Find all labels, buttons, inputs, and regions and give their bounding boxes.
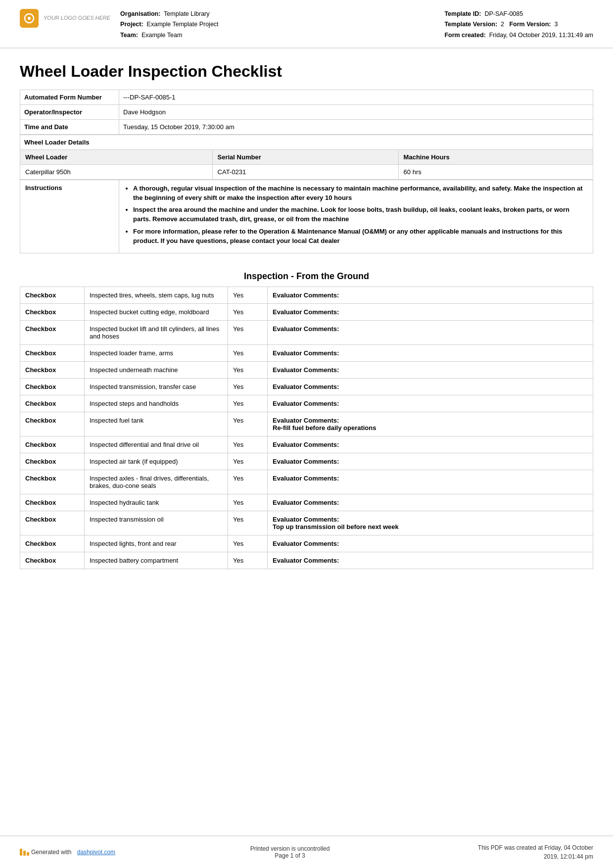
wheel-loader-cell: Caterpillar 950h [20,164,213,179]
header-meta: Organisation: Template Library Project: … [120,9,434,41]
team-value: Example Team [141,32,182,39]
item-description: Inspected battery compartment [85,552,228,569]
item-value: Yes [228,494,268,511]
main-content: Wheel Loader Inspection Checklist Automa… [0,48,613,835]
version-line: Template Version: 2 Form Version: 3 [444,19,593,30]
bar3 [27,852,29,856]
checkbox-label: Checkbox [20,303,85,320]
template-version-label: Template Version: [444,21,497,28]
evaluator-comments: Evaluator Comments: [268,344,593,361]
template-id-value: DP-SAF-0085 [484,10,523,17]
info-table: Automated Form Number---DP-SAF-0085-1Ope… [20,90,593,135]
section-heading: Inspection - From the Ground [20,263,593,287]
checkbox-label: Checkbox [20,535,85,552]
checklist-table: Checkbox Inspected tires, wheels, stem c… [20,287,593,569]
template-id-label: Template ID: [444,10,481,17]
item-value: Yes [228,303,268,320]
org-line: Organisation: Template Library [120,9,434,19]
item-description: Inspected loader frame, arms [85,344,228,361]
checklist-row: Checkbox Inspected hydraulic tank Yes Ev… [20,494,593,511]
logo-text: YOUR LOGO GOES HERE [44,14,110,22]
footer: Generated with dashpivot.com Printed ver… [0,835,613,868]
item-value: Yes [228,320,268,344]
checkbox-label: Checkbox [20,361,85,378]
evaluator-comments: Evaluator Comments: [268,287,593,303]
logo-box: YOUR LOGO GOES HERE [20,9,110,28]
wheel-loader-cell: 60 hrs [398,164,593,179]
wheel-loader-table: Wheel LoaderSerial NumberMachine Hours C… [20,149,593,180]
checkbox-label: Checkbox [20,287,85,303]
item-description: Inspected bucket lift and tilt cylinders… [85,320,228,344]
form-version-label: Form Version: [509,21,551,28]
footer-left: Generated with dashpivot.com [20,849,115,856]
checklist-row: Checkbox Inspected fuel tank Yes Evaluat… [20,412,593,436]
item-value: Yes [228,344,268,361]
item-value: Yes [228,535,268,552]
wheel-loader-header: Wheel Loader [20,149,213,164]
bar1 [20,849,22,856]
instruction-item: Inspect the area around the machine and … [133,205,588,224]
checkbox-label: Checkbox [20,494,85,511]
checkbox-label: Checkbox [20,470,85,494]
evaluator-comments: Evaluator Comments: [268,552,593,569]
checklist-row: Checkbox Inspected loader frame, arms Ye… [20,344,593,361]
checkbox-label: Checkbox [20,378,85,395]
svg-point-1 [28,17,31,20]
checklist-row: Checkbox Inspected bucket lift and tilt … [20,320,593,344]
form-created-value: Friday, 04 October 2019, 11:31:49 am [489,32,593,39]
instruction-item: A thorough, regular visual inspection of… [133,184,588,203]
form-created-label: Form created: [444,32,485,39]
footer-link[interactable]: dashpivot.com [77,849,115,856]
project-line: Project: Example Template Project [120,19,434,30]
item-description: Inspected axles - final drives, differen… [85,470,228,494]
evaluator-comments: Evaluator Comments: [268,378,593,395]
checklist-row: Checkbox Inspected bucket cutting edge, … [20,303,593,320]
checklist-row: Checkbox Inspected transmission, transfe… [20,378,593,395]
item-description: Inspected transmission, transfer case [85,378,228,395]
item-description: Inspected fuel tank [85,412,228,436]
footer-page: Page 1 of 3 [250,852,330,859]
team-label: Team: [120,32,138,39]
evaluator-comments: Evaluator Comments: [268,453,593,470]
evaluator-comments: Evaluator Comments: [268,395,593,412]
project-value: Example Template Project [147,21,219,28]
item-description: Inspected steps and handholds [85,395,228,412]
form-field-row: Time and DateTuesday, 15 October 2019, 7… [20,119,593,134]
evaluator-comments: Evaluator Comments: [268,470,593,494]
footer-generated-text: Generated with [31,849,71,856]
page: YOUR LOGO GOES HERE Organisation: Templa… [0,0,613,868]
evaluator-comments: Evaluator Comments: [268,535,593,552]
checkbox-label: Checkbox [20,320,85,344]
evaluator-comments: Evaluator Comments: [268,361,593,378]
team-line: Team: Example Team [120,30,434,41]
item-description: Inspected underneath machine [85,361,228,378]
footer-center: Printed version is uncontrolled Page 1 o… [250,845,330,859]
item-value: Yes [228,361,268,378]
evaluator-comments: Evaluator Comments:Top up transmission o… [268,511,593,535]
footer-logo: Generated with dashpivot.com [20,849,115,856]
form-field-row: Automated Form Number---DP-SAF-0085-1 [20,90,593,104]
template-id-line: Template ID: DP-SAF-0085 [444,9,593,19]
footer-logo-icon [20,849,29,856]
project-label: Project: [120,21,143,28]
item-value: Yes [228,552,268,569]
checklist-row: Checkbox Inspected lights, front and rea… [20,535,593,552]
checkbox-label: Checkbox [20,511,85,535]
form-created-line: Form created: Friday, 04 October 2019, 1… [444,30,593,41]
field-value: Dave Hodgson [119,104,593,119]
footer-uncontrolled: Printed version is uncontrolled [250,845,330,852]
item-description: Inspected bucket cutting edge, moldboard [85,303,228,320]
checkbox-label: Checkbox [20,395,85,412]
item-description: Inspected differential and final drive o… [85,436,228,453]
item-value: Yes [228,287,268,303]
wheel-loader-header: Serial Number [212,149,398,164]
template-version-value: 2 [501,21,504,28]
item-value: Yes [228,412,268,436]
checklist-row: Checkbox Inspected transmission oil Yes … [20,511,593,535]
checkbox-label: Checkbox [20,412,85,436]
item-value: Yes [228,470,268,494]
evaluator-comments: Evaluator Comments: [268,303,593,320]
checklist-row: Checkbox Inspected steps and handholds Y… [20,395,593,412]
instructions-table: Instructions A thorough, regular visual … [20,180,593,253]
item-value: Yes [228,395,268,412]
